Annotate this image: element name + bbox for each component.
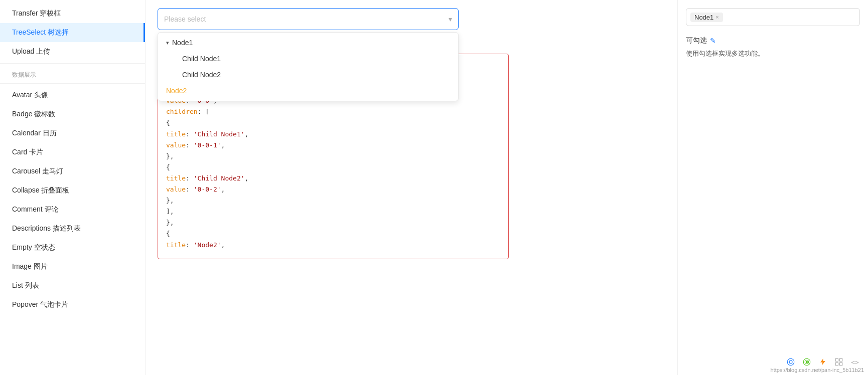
treeselect-wrapper: Please select ▾ ▾ Node1 Child Node1 Chil… xyxy=(158,8,459,30)
arrow-icon: ▾ xyxy=(166,40,169,46)
code-line-13: }, xyxy=(166,195,500,206)
tree-node-child-node1[interactable]: Child Node1 xyxy=(158,51,458,67)
svg-point-0 xyxy=(787,358,794,365)
expand-icon[interactable] xyxy=(802,357,812,367)
sidebar: Transfer 穿梭框 TreeSelect 树选择 Upload 上传 数据… xyxy=(0,0,146,375)
sidebar-item-avatar[interactable]: Avatar 头像 xyxy=(0,86,145,105)
sidebar-item-upload[interactable]: Upload 上传 xyxy=(0,42,145,61)
sidebar-item-collapse[interactable]: Collapse 折叠面板 xyxy=(0,181,145,200)
code-line-11: title: 'Child Node2', xyxy=(166,173,500,184)
tree-node-child-node2[interactable]: Child Node2 xyxy=(158,67,458,83)
code-line-16: { xyxy=(166,228,500,239)
tag-label: Node1 xyxy=(694,14,713,21)
sidebar-divider-2 xyxy=(0,83,145,84)
main-content: Please select ▾ ▾ Node1 Child Node1 Chil… xyxy=(146,0,677,375)
code-icon[interactable]: <> xyxy=(850,357,860,367)
svg-rect-5 xyxy=(835,358,838,361)
toolbar-icons: <> xyxy=(786,357,860,367)
code-line-9: }, xyxy=(166,151,500,162)
sidebar-item-calendar[interactable]: Calendar 日历 xyxy=(0,124,145,143)
svg-rect-6 xyxy=(840,358,842,361)
tree-node-node2[interactable]: Node2 xyxy=(158,83,458,99)
sidebar-item-transfer[interactable]: Transfer 穿梭框 xyxy=(0,4,145,23)
sidebar-item-list[interactable]: List 列表 xyxy=(0,276,145,295)
sidebar-item-treeselect[interactable]: TreeSelect 树选择 xyxy=(0,23,145,42)
chevron-down-icon: ▾ xyxy=(449,15,452,23)
sidebar-item-badge[interactable]: Badge 徽标数 xyxy=(0,105,145,124)
sidebar-item-image[interactable]: Image 图片 xyxy=(0,257,145,276)
code-line-17: title: 'Node2', xyxy=(166,240,500,251)
code-line-6: { xyxy=(166,117,500,128)
svg-point-4 xyxy=(806,361,808,363)
section-title-checkable: 可勾选 ✎ xyxy=(686,36,860,45)
code-line-12: value: '0-0-2', xyxy=(166,184,500,195)
code-line-7: title: 'Child Node1', xyxy=(166,129,500,140)
copy-icon[interactable] xyxy=(786,357,796,367)
sidebar-item-carousel[interactable]: Carousel 走马灯 xyxy=(0,162,145,181)
tree-node-node1[interactable]: ▾ Node1 xyxy=(158,35,458,51)
grid-icon[interactable] xyxy=(834,357,844,367)
treeselect-placeholder: Please select xyxy=(164,15,206,23)
sidebar-divider-1 xyxy=(0,63,145,64)
svg-rect-8 xyxy=(840,363,842,365)
sidebar-item-empty[interactable]: Empty 空状态 xyxy=(0,238,145,257)
section-desc: 使用勾选框实现多选功能。 xyxy=(686,49,860,58)
tag-close-button[interactable]: × xyxy=(715,14,718,20)
treeselect-dropdown: ▾ Node1 Child Node1 Child Node2 Node2 xyxy=(158,32,459,101)
sidebar-section-data-display: 数据展示 xyxy=(0,66,145,81)
code-line-8: value: '0-0-1', xyxy=(166,140,500,151)
treeselect-input[interactable]: Please select ▾ xyxy=(158,8,459,30)
sidebar-item-card[interactable]: Card 卡片 xyxy=(0,143,145,162)
right-panel: Node1 × 可勾选 ✎ 使用勾选框实现多选功能。 <> xyxy=(677,0,868,375)
sidebar-item-descriptions[interactable]: Descriptions 描述列表 xyxy=(0,219,145,238)
tag-node1: Node1 × xyxy=(690,13,723,22)
right-panel-input[interactable]: Node1 × xyxy=(686,8,860,26)
section-title-text: 可勾选 xyxy=(686,36,707,45)
sidebar-item-comment[interactable]: Comment 评论 xyxy=(0,200,145,219)
footer-url: https://blog.csdn.net/pan-inc_5b11b21 xyxy=(770,367,864,373)
code-line-10: { xyxy=(166,162,500,173)
edit-icon[interactable]: ✎ xyxy=(710,37,716,45)
lightning-icon[interactable] xyxy=(818,357,828,367)
code-line-15: }, xyxy=(166,217,500,228)
code-line-5: children: [ xyxy=(166,106,500,117)
sidebar-item-popover[interactable]: Popover 气泡卡片 xyxy=(0,295,145,314)
svg-rect-7 xyxy=(835,363,838,365)
svg-point-1 xyxy=(789,360,792,363)
code-line-14: ], xyxy=(166,206,500,217)
